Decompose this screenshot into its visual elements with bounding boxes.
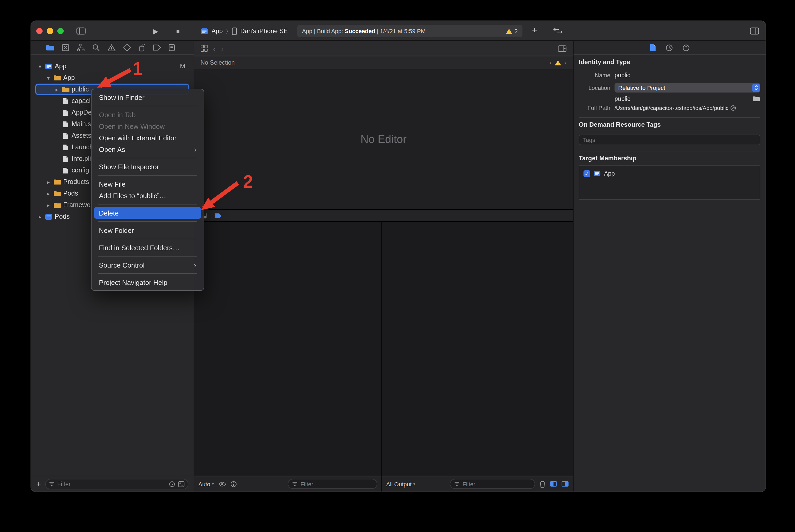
variables-filter-input[interactable]: Filter xyxy=(288,479,377,489)
disclosure-icon[interactable]: ▾ xyxy=(36,63,44,69)
menu-item-source-control[interactable]: Source Control› xyxy=(94,259,201,271)
popup-arrow-icon: ▾ xyxy=(413,481,415,486)
recent-files-clock-icon[interactable] xyxy=(169,481,175,487)
clear-console-trash-icon[interactable] xyxy=(539,480,546,488)
scheme-selector[interactable]: App ⟩ Dan's iPhone SE xyxy=(200,21,288,41)
tree-item-label: App xyxy=(63,74,75,81)
quicklook-eye-icon[interactable] xyxy=(218,481,226,487)
menu-item-project-navigator-help[interactable]: Project Navigator Help xyxy=(94,277,201,288)
disclosure-icon[interactable]: ▾ xyxy=(45,75,52,81)
choose-folder-icon[interactable] xyxy=(753,95,760,102)
menu-item-label: New File xyxy=(99,180,126,188)
popup-arrow-icon: ▾ xyxy=(212,481,214,486)
tree-item-label: config. xyxy=(72,167,91,174)
next-issue-button[interactable]: › xyxy=(564,59,567,66)
console-pane-toggle-icon[interactable] xyxy=(561,481,569,487)
forward-button[interactable]: › xyxy=(221,44,223,53)
disclosure-icon[interactable]: ▸ xyxy=(53,87,60,92)
project-navigator-icon[interactable] xyxy=(46,44,54,51)
disclosure-icon[interactable]: ▸ xyxy=(45,191,52,196)
stop-button[interactable]: ■ xyxy=(176,28,180,34)
filter-placeholder: Filter xyxy=(57,481,166,487)
tree-item-label: Launch xyxy=(72,144,93,151)
console-view[interactable] xyxy=(382,222,573,476)
issue-warning-icon[interactable] xyxy=(555,60,561,65)
navigator-filter-input[interactable]: Filter xyxy=(45,479,188,489)
no-editor-placeholder: No Editor xyxy=(194,70,573,209)
variables-view[interactable] xyxy=(194,222,382,476)
related-items-icon[interactable] xyxy=(200,45,208,52)
doc-icon xyxy=(60,144,70,151)
zoom-button[interactable] xyxy=(57,28,64,34)
navigator-tab-bar xyxy=(31,41,194,55)
close-button[interactable] xyxy=(36,28,42,34)
run-button[interactable]: ▶ xyxy=(153,27,158,35)
menu-item-new-file[interactable]: New File xyxy=(94,178,201,190)
target-membership-list: ✓ App xyxy=(579,165,760,200)
variables-scope-select[interactable]: Auto ▾ xyxy=(198,481,214,487)
target-membership-header: Target Membership xyxy=(579,155,637,162)
warning-badge[interactable]: 2 xyxy=(506,28,518,34)
menu-item-open-as[interactable]: Open As› xyxy=(94,144,201,155)
add-editor-icon[interactable] xyxy=(558,45,567,52)
menu-item-show-in-finder[interactable]: Show in Finder xyxy=(94,92,201,103)
doc-icon xyxy=(60,97,70,104)
status-text: App | Build App: Succeeded | 1/4/21 at 5… xyxy=(302,28,426,34)
issue-navigator-icon[interactable] xyxy=(107,44,116,51)
info-icon[interactable] xyxy=(230,481,236,487)
tree-item-label: AppDe xyxy=(72,109,92,116)
code-review-button[interactable] xyxy=(553,27,563,34)
menu-item-open-with-external-editor[interactable]: Open with External Editor xyxy=(94,132,201,144)
report-navigator-icon[interactable] xyxy=(168,44,175,52)
menu-separator xyxy=(98,239,197,239)
tree-item-label: App xyxy=(55,62,67,70)
jump-bar[interactable]: No Selection ‹ › xyxy=(194,56,573,70)
file-inspector-tab[interactable] xyxy=(650,44,656,52)
debug-bar xyxy=(194,209,573,222)
activity-status[interactable]: App | Build App: Succeeded | 1/4/21 at 5… xyxy=(297,25,522,37)
doc-icon xyxy=(60,121,70,128)
symbol-navigator-icon[interactable] xyxy=(77,44,85,52)
tags-input[interactable]: Tags xyxy=(579,135,760,145)
menu-item-add-files-to-public[interactable]: Add Files to “public”… xyxy=(94,190,201,201)
tree-item-app[interactable]: ▾AppM xyxy=(31,60,194,72)
tree-item-app[interactable]: ▾App xyxy=(31,72,194,83)
window-controls xyxy=(36,28,64,34)
filter-icon xyxy=(49,481,55,487)
source-control-navigator-icon[interactable] xyxy=(61,44,70,52)
add-button[interactable]: + xyxy=(36,479,41,488)
breakpoint-navigator-icon[interactable] xyxy=(152,44,161,51)
tree-item-label: Assets xyxy=(72,132,91,139)
menu-item-show-file-inspector[interactable]: Show File Inspector xyxy=(94,161,201,172)
disclosure-icon[interactable]: ▸ xyxy=(45,202,52,208)
inspector-tab-bar: ? xyxy=(574,41,765,55)
menu-separator xyxy=(98,204,197,205)
disclosure-icon[interactable]: ▸ xyxy=(45,179,52,185)
back-button[interactable]: ‹ xyxy=(213,44,216,53)
history-inspector-tab[interactable] xyxy=(665,44,673,51)
find-navigator-icon[interactable] xyxy=(92,44,100,52)
inspector-toggle-button[interactable] xyxy=(750,27,759,35)
folder-icon xyxy=(60,86,70,93)
previous-issue-button[interactable]: ‹ xyxy=(549,59,552,66)
menu-item-new-folder[interactable]: New Folder xyxy=(94,225,201,236)
scheme-name: App xyxy=(212,27,223,35)
console-filter-input[interactable]: Filter xyxy=(450,479,535,489)
full-path-arrow-icon[interactable] xyxy=(730,105,736,111)
target-app-checkbox[interactable]: ✓ xyxy=(583,170,590,177)
menu-item-find-in-selected-folders[interactable]: Find in Selected Folders… xyxy=(94,242,201,253)
location-select[interactable]: Relative to Project xyxy=(615,83,760,93)
variables-pane-toggle-icon[interactable] xyxy=(550,481,557,487)
menu-item-delete[interactable]: Delete xyxy=(94,207,201,219)
console-scope-select[interactable]: All Output ▾ xyxy=(386,481,415,487)
source-control-filter-icon[interactable] xyxy=(178,481,185,487)
breakpoints-toggle-icon[interactable] xyxy=(214,213,222,218)
target-row-app[interactable]: ✓ App xyxy=(579,166,760,177)
quick-help-inspector-tab[interactable]: ? xyxy=(682,44,689,51)
minimize-button[interactable] xyxy=(47,28,53,34)
test-navigator-icon[interactable] xyxy=(123,44,131,52)
disclosure-icon[interactable]: ▸ xyxy=(36,214,44,220)
debug-navigator-icon[interactable] xyxy=(138,44,145,52)
navigator-toggle-button[interactable] xyxy=(76,27,86,35)
library-add-button[interactable]: + xyxy=(532,25,537,36)
